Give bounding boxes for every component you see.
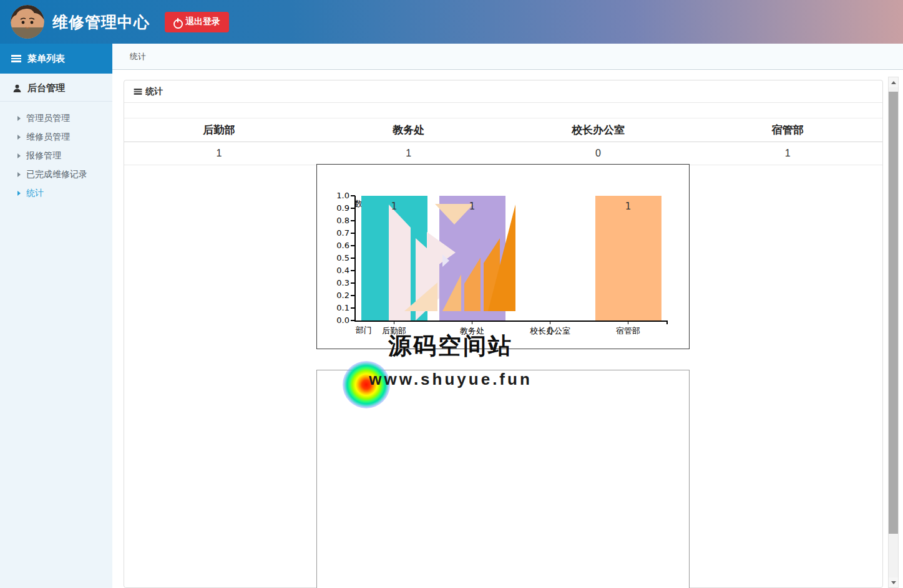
x-axis-title: 部门: [356, 325, 372, 336]
column-header: 教务处: [314, 118, 504, 142]
sidebar-item-label: 统计: [26, 188, 44, 199]
y-tick-label: 0.4: [326, 266, 349, 275]
avatar-image: [11, 5, 44, 39]
panel-title: 统计: [145, 86, 163, 97]
table-cell: 1: [314, 142, 504, 165]
bar: [361, 196, 427, 321]
menu-header-label: 菜单列表: [27, 53, 65, 65]
heatmap-point: [343, 361, 390, 408]
sidebar-item-label: 管理员管理: [26, 113, 70, 124]
sidebar-item-label: 维修员管理: [26, 132, 70, 143]
table-row: 1 1 0 1: [124, 142, 882, 165]
sidebar-item-repairer-manage[interactable]: 维修员管理: [0, 128, 112, 147]
list-icon: [134, 89, 142, 95]
top-header: 维修管理中心 退出登录: [0, 0, 903, 44]
sidebar: 菜单列表 后台管理 管理员管理 维修员管理 报修管理 已完成维修记录 统计: [0, 44, 112, 588]
power-icon: [173, 18, 182, 26]
sidebar-item-label: 已完成维修记录: [26, 169, 87, 180]
sidebar-item-statistics[interactable]: 统计: [0, 184, 112, 203]
page-title: 维修管理中心: [52, 12, 150, 32]
user-icon: [12, 84, 22, 93]
caret-right-icon: [17, 135, 21, 140]
x-tick-label: 教务处: [435, 325, 510, 337]
y-tick-label: 0.2: [326, 291, 349, 300]
bar-value-label: 1: [616, 201, 641, 212]
bar-chart: 0.00.10.20.30.40.50.60.70.80.91.0后勤部1教务处…: [316, 164, 690, 349]
empty-row: [124, 103, 882, 118]
panel-header: 统计: [124, 80, 882, 103]
y-tick-label: 0.8: [326, 216, 349, 225]
table-header-row: 后勤部 教务处 校长办公室 宿管部: [124, 118, 882, 142]
caret-right-icon: [17, 172, 21, 177]
tab-statistics[interactable]: 统计: [130, 51, 146, 62]
scroll-down-button[interactable]: [889, 577, 898, 587]
scrollbar-thumb[interactable]: [889, 92, 898, 534]
bar-value-label: 1: [460, 201, 485, 212]
table-cell: 1: [124, 142, 314, 165]
x-tick-label: 宿管部: [591, 325, 666, 337]
menu-list-icon: [11, 55, 21, 62]
caret-right-icon: [17, 191, 21, 196]
column-header: 宿管部: [693, 118, 882, 142]
y-tick-label: 0.7: [326, 228, 349, 238]
department-summary-table: 后勤部 教务处 校长办公室 宿管部 1 1 0 1: [124, 118, 882, 165]
caret-right-icon: [17, 153, 21, 158]
caret-right-icon: [17, 116, 21, 121]
bar-value-label: 1: [382, 201, 407, 212]
vertical-scrollbar[interactable]: [888, 77, 899, 588]
sidebar-item-label: 报修管理: [26, 150, 61, 161]
column-header: 校长办公室: [504, 118, 693, 142]
sidebar-section-label: 后台管理: [27, 82, 65, 94]
logout-button[interactable]: 退出登录: [165, 12, 229, 32]
main-content: 统计 后勤部 教务处 校长办公室 宿管部 1 1 0 1: [112, 70, 903, 588]
sidebar-item-completed-records[interactable]: 已完成维修记录: [0, 165, 112, 184]
sidebar-items: 管理员管理 维修员管理 报修管理 已完成维修记录 统计: [0, 102, 112, 203]
bar: [595, 196, 661, 321]
y-tick-label: 0.5: [326, 253, 349, 263]
arrow-up-icon: [891, 81, 896, 84]
sidebar-section-admin[interactable]: 后台管理: [0, 75, 112, 102]
y-tick-label: 1.0: [326, 191, 349, 200]
bar-chart-plot: 0.00.10.20.30.40.50.60.70.80.91.0后勤部1教务处…: [317, 165, 690, 350]
y-tick-label: 0.3: [326, 278, 349, 287]
arrow-down-icon: [891, 581, 896, 584]
logout-label: 退出登录: [185, 16, 220, 27]
sidebar-menu-header[interactable]: 菜单列表: [0, 44, 112, 74]
y-tick-label: 0.9: [326, 203, 349, 213]
column-header: 后勤部: [124, 118, 314, 142]
y-tick-label: 0.6: [326, 241, 349, 250]
tab-bar: 统计: [112, 44, 903, 70]
table-cell: 0: [504, 142, 693, 165]
sidebar-item-repair-manage[interactable]: 报修管理: [0, 147, 112, 165]
scroll-up-button[interactable]: [889, 77, 898, 87]
bar-value-label: 0: [538, 325, 563, 337]
sidebar-item-admin-manage[interactable]: 管理员管理: [0, 109, 112, 128]
y-tick-label: 0.0: [326, 316, 349, 325]
y-tick-label: 0.1: [326, 303, 349, 312]
table-cell: 1: [693, 142, 882, 165]
user-avatar[interactable]: [11, 5, 44, 39]
bar: [439, 196, 505, 321]
